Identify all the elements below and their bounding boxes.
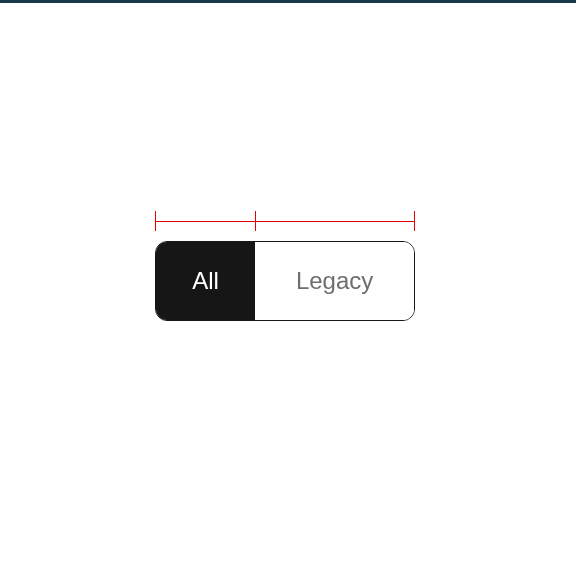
ruler-line — [155, 221, 415, 222]
segment-label: All — [192, 267, 219, 295]
measurement-ruler — [155, 211, 415, 231]
segment-legacy[interactable]: Legacy — [255, 242, 414, 320]
ruler-tick-start — [155, 211, 156, 231]
segmented-control: All Legacy — [155, 241, 415, 321]
ruler-tick-divider — [255, 211, 256, 231]
ruler-tick-end — [414, 211, 415, 231]
segment-label: Legacy — [296, 267, 373, 295]
segmented-control-demo: All Legacy — [155, 211, 415, 321]
segment-all[interactable]: All — [156, 242, 255, 320]
